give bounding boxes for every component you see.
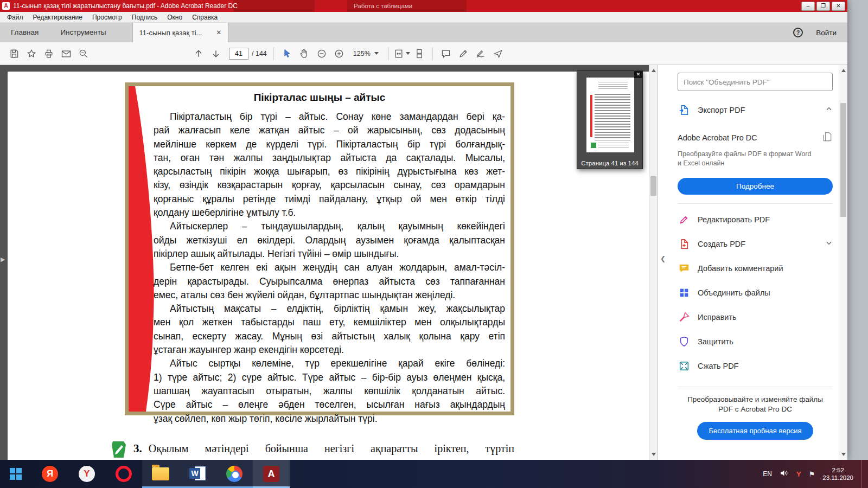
viewer-scrollbar[interactable] — [649, 65, 658, 460]
taskbar-yandex-browser-icon[interactable]: Я — [31, 460, 68, 488]
zoom-out-button[interactable] — [313, 46, 330, 62]
send-tool-button[interactable] — [489, 46, 507, 62]
acrobat-window: Работа с таблицами A 11-сынып қазақ тілі… — [0, 0, 847, 460]
tab-document[interactable]: 11-сынып қазақ ті... ✕ — [132, 23, 229, 42]
yandex-icon: Я — [42, 466, 58, 482]
printer-icon — [43, 48, 54, 59]
minimize-button[interactable]: – — [801, 2, 815, 11]
tab-close-icon[interactable]: ✕ — [216, 29, 221, 36]
taskbar-acrobat-icon[interactable]: A — [253, 460, 290, 488]
taskbar-opera-icon[interactable] — [105, 460, 142, 488]
signature-tool-button[interactable] — [472, 46, 489, 62]
text-line: Пікірталастың бір түрі – айтыс. Сонау кө… — [154, 110, 505, 124]
tool-item-combine-files[interactable]: Объединить файлы — [678, 280, 833, 305]
tool-item-add-comment[interactable]: Добавить комментарий — [678, 256, 833, 280]
red-accent-shape — [129, 86, 157, 412]
tool-item-protect[interactable]: Защитить — [678, 329, 833, 354]
scroll-up-arrow[interactable] — [839, 66, 847, 75]
volume-icon[interactable] — [780, 468, 789, 480]
thumbnail-close-icon[interactable]: ✕ — [634, 71, 642, 78]
tool-item-compress-pdf[interactable]: Сжать PDF — [678, 354, 833, 378]
collapse-panel-chevron-icon[interactable]: ❮ — [660, 255, 666, 262]
email-button[interactable] — [58, 46, 75, 62]
scroll-down-arrow[interactable] — [839, 450, 847, 459]
menu-window[interactable]: Окно — [162, 12, 187, 23]
toolbar-separator — [273, 47, 274, 60]
chevron-down-icon — [406, 52, 410, 55]
menu-help[interactable]: Справка — [187, 12, 222, 23]
scroll-up-arrow[interactable] — [649, 66, 658, 75]
hand-tool-button[interactable] — [296, 46, 313, 62]
taskbar-file-explorer-icon[interactable] — [142, 460, 179, 488]
signature-pen-icon — [475, 48, 486, 59]
tools-search-input[interactable] — [678, 73, 833, 91]
save-button[interactable] — [5, 46, 23, 62]
show-desktop-button[interactable] — [861, 460, 864, 488]
chevron-up-icon[interactable] — [825, 105, 833, 115]
scrollbar-thumb[interactable] — [840, 103, 846, 217]
scroll-down-arrow[interactable] — [649, 450, 658, 459]
text-line: мейлінше көркем де күрделі түрі. Пікірта… — [154, 138, 505, 151]
thumbnail-text-lines — [595, 94, 630, 140]
expand-nav-pane-arrow[interactable]: ▶ — [1, 256, 5, 263]
free-trial-button[interactable]: Бесплатная пробная версия — [697, 422, 814, 440]
menu-view[interactable]: Просмотр — [87, 12, 127, 23]
tool-item-create-pdf[interactable]: Создать PDF — [678, 232, 833, 256]
taskbar-chrome-icon[interactable] — [216, 460, 253, 488]
panel-footer: Преобразовывайте и изменяйте файлы PDF с… — [678, 395, 833, 440]
promo-more-button[interactable]: Подробнее — [678, 178, 833, 195]
menu-sign[interactable]: Подпись — [127, 12, 163, 23]
next-page-button[interactable] — [207, 46, 225, 62]
menu-edit[interactable]: Редактирование — [28, 12, 87, 23]
menubar: Файл Редактирование Просмотр Подпись Окн… — [0, 12, 847, 23]
tab-home[interactable]: Главная — [0, 23, 49, 42]
close-button[interactable]: ✕ — [832, 2, 845, 11]
favorites-button[interactable] — [23, 46, 40, 62]
comment-tool-button[interactable] — [437, 46, 455, 62]
word-icon: W — [189, 466, 206, 482]
zoom-in-button[interactable] — [330, 46, 348, 62]
pdf-viewer[interactable]: Пікірталас шыңы – айтыс Пікірталастың бі… — [0, 65, 649, 460]
tool-item-edit-pdf[interactable]: Редактировать PDF — [678, 207, 833, 232]
tray-flag-icon[interactable]: ⚑ — [809, 470, 815, 478]
tool-item-fix[interactable]: Исправить — [678, 305, 833, 329]
zoom-level-control[interactable]: 125% — [348, 50, 384, 57]
help-icon[interactable]: ? — [793, 28, 803, 37]
tool-item-export-pdf[interactable]: Экспорт PDF — [678, 102, 833, 118]
menu-file[interactable]: Файл — [2, 12, 28, 23]
panel-scrollbar[interactable] — [839, 65, 847, 460]
fit-width-button[interactable] — [393, 46, 411, 62]
previous-page-button[interactable] — [190, 46, 207, 62]
language-indicator[interactable]: EN — [763, 470, 772, 478]
pdf-page: Пікірталас шыңы – айтыс Пікірталастың бі… — [8, 72, 649, 460]
toolbar-separator — [388, 47, 389, 60]
paragraph: Айтыс сыртқы көлеміне, түр ерекшелігіне … — [154, 357, 505, 425]
page-thumbnail-image[interactable] — [586, 78, 634, 152]
print-button[interactable] — [40, 46, 58, 62]
select-tool-button[interactable] — [278, 46, 296, 62]
chrome-icon — [226, 466, 242, 482]
pen-nib-icon — [678, 311, 691, 324]
text-line: Сүре айтыс – өлеңге әбден төселген, ысыл… — [154, 398, 505, 412]
tab-document-label: 11-сынып қазақ ті... — [139, 29, 202, 37]
page-number-input[interactable] — [229, 48, 248, 60]
pencil-tool-button[interactable] — [455, 46, 472, 62]
chevron-down-icon — [374, 52, 379, 55]
window-title: 11-сынып қазақ тілі жаратылыстану бағыты… — [13, 2, 238, 10]
windows-logo-icon — [10, 468, 22, 480]
tool-item-label: Защитить — [698, 337, 833, 346]
page-total-label: / 144 — [252, 50, 267, 57]
comment-bubble-icon — [441, 48, 451, 59]
taskbar-word-icon[interactable]: W — [179, 460, 216, 488]
start-button[interactable] — [0, 460, 31, 488]
maximize-button[interactable]: ❐ — [816, 2, 830, 11]
taskbar-yandex-app-icon[interactable]: Y — [68, 460, 105, 488]
chevron-down-icon[interactable] — [825, 239, 833, 249]
tab-tools[interactable]: Инструменты — [49, 23, 117, 42]
page-display-button[interactable] — [411, 46, 428, 62]
taskbar-clock[interactable]: 2:52 23.11.2020 — [822, 466, 853, 481]
tray-yandex-icon[interactable]: Y — [796, 470, 801, 478]
signin-button[interactable]: Войти — [816, 29, 837, 37]
marquee-zoom-button[interactable] — [75, 46, 92, 62]
scrollbar-thumb[interactable] — [650, 176, 656, 196]
